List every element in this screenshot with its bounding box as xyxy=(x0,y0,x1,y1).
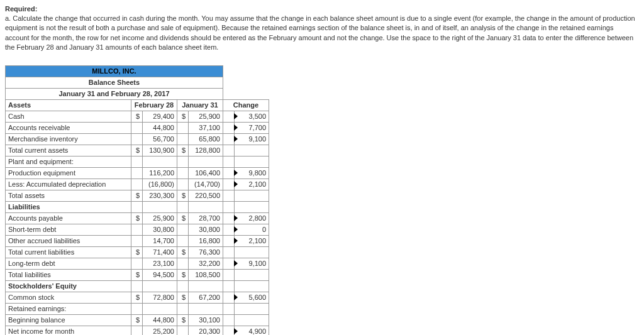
balance-sheet-table-wrapper: MILLCO, INC. Balance Sheets January 31 a… xyxy=(5,65,269,335)
balance-sheet-table: MILLCO, INC. Balance Sheets January 31 a… xyxy=(5,65,269,335)
sheet-title: Balance Sheets xyxy=(6,77,223,88)
col-feb: February 28 xyxy=(131,99,177,111)
row-ni: Net income for month 25,200 20,300 4,900 xyxy=(6,326,269,335)
col-change: Change xyxy=(223,99,269,111)
row-bb: Beginning balance $44,800 $30,100 xyxy=(6,314,269,326)
row-liab-header: Liabilities xyxy=(6,201,269,212)
row-ad: Less: Accumulated depreciation (16,800) … xyxy=(6,178,269,190)
triangle-icon xyxy=(234,260,238,266)
row-cash: Cash $ 29,400 $ 25,900 3,500 xyxy=(6,111,269,122)
sheet-dates: January 31 and February 28, 2017 xyxy=(6,88,223,99)
row-tcl: Total current liabilities $71,400 $76,30… xyxy=(6,246,269,258)
row-oal: Other accrued liabilities 14,700 16,800 … xyxy=(6,235,269,246)
triangle-icon xyxy=(234,215,238,221)
row-tl: Total liabilities $94,500 $108,500 xyxy=(6,269,269,280)
col-jan: January 31 xyxy=(177,99,223,111)
row-tca: Total current assets $130,900 $128,800 xyxy=(6,145,269,156)
row-std: Short-term debt 30,800 30,800 0 xyxy=(6,224,269,235)
row-ar: Accounts receivable 44,800 37,100 7,700 xyxy=(6,122,269,133)
row-ltd: Long-term debt 23,100 32,200 9,100 xyxy=(6,258,269,269)
required-title: Required: xyxy=(5,5,639,13)
row-ta: Total assets $230,300 $220,500 xyxy=(6,190,269,201)
triangle-icon xyxy=(234,226,238,233)
row-cs: Common stock $72,800 $67,200 5,600 xyxy=(6,292,269,303)
triangle-icon xyxy=(234,136,238,142)
row-pe-header: Plant and equipment: xyxy=(6,156,269,167)
required-text: a. Calculate the change that occurred in… xyxy=(5,14,639,53)
row-re-header: Retained earnings: xyxy=(6,303,269,314)
triangle-icon xyxy=(234,170,238,176)
row-pe: Production equipment 116,200 106,400 9,8… xyxy=(6,167,269,178)
assets-header: Assets xyxy=(6,99,131,111)
row-mi: Merchandise inventory 56,700 65,800 9,10… xyxy=(6,133,269,145)
triangle-icon xyxy=(234,238,238,244)
triangle-icon xyxy=(234,124,238,131)
row-ap: Accounts payable $25,900 $28,700 2,800 xyxy=(6,212,269,224)
triangle-icon xyxy=(234,181,238,187)
company-header: MILLCO, INC. xyxy=(6,65,223,77)
triangle-icon xyxy=(234,113,238,119)
triangle-icon xyxy=(234,328,238,334)
row-se-header: Stockholders' Equity xyxy=(6,280,269,292)
triangle-icon xyxy=(234,294,238,300)
required-section: Required: a. Calculate the change that o… xyxy=(5,5,639,53)
